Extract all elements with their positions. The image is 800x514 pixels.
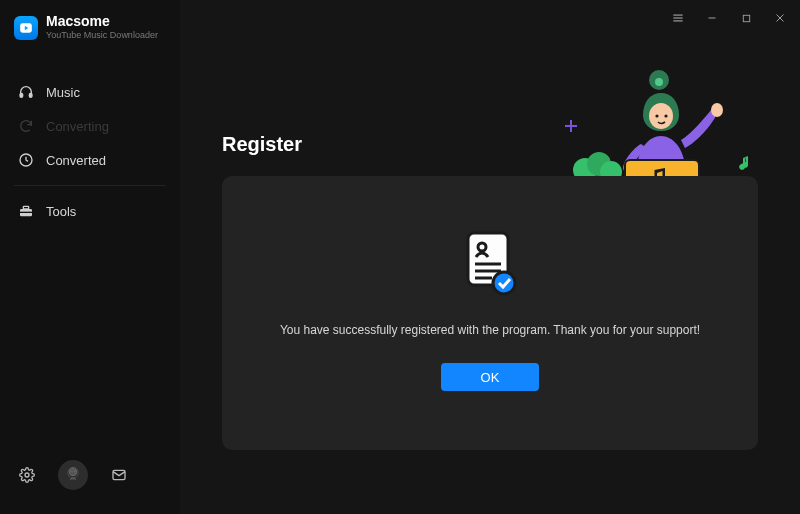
svg-point-39: [493, 272, 515, 294]
gear-icon: [19, 467, 35, 483]
sidebar-item-label: Converted: [46, 153, 106, 168]
maximize-button[interactable]: [738, 10, 754, 26]
brand-text: Macsome YouTube Music Downloader: [46, 14, 158, 41]
svg-point-24: [587, 152, 611, 176]
sidebar-item-converted[interactable]: Converted: [0, 143, 180, 177]
svg-rect-15: [743, 15, 749, 21]
toolbox-icon: [18, 203, 34, 219]
sync-icon: [18, 118, 34, 134]
maximize-icon: [741, 13, 752, 24]
sidebar-item-tools[interactable]: Tools: [0, 194, 180, 228]
sidebar-item-label: Converting: [46, 119, 109, 134]
svg-rect-6: [23, 207, 28, 210]
sidebar-item-music[interactable]: Music: [0, 75, 180, 109]
svg-rect-2: [20, 94, 23, 98]
mail-icon: [111, 467, 127, 483]
app-subtitle: YouTube Music Downloader: [46, 31, 158, 41]
menu-button[interactable]: [670, 10, 686, 26]
avatar[interactable]: [58, 460, 88, 490]
svg-rect-3: [29, 94, 32, 98]
feedback-button[interactable]: [106, 462, 132, 488]
sidebar-item-label: Music: [46, 85, 80, 100]
svg-point-8: [25, 473, 29, 477]
divider: [14, 185, 166, 186]
close-button[interactable]: [772, 10, 788, 26]
app-logo: [14, 16, 38, 40]
register-success-card: You have successfully registered with th…: [222, 176, 758, 450]
clock-icon: [18, 152, 34, 168]
svg-point-30: [664, 114, 667, 117]
svg-point-28: [649, 103, 673, 129]
settings-button[interactable]: [14, 462, 40, 488]
sidebar: Macsome YouTube Music Downloader Music: [0, 0, 180, 514]
minimize-icon: [706, 12, 718, 24]
svg-rect-7: [20, 212, 32, 213]
menu-icon: [671, 11, 685, 25]
avatar-icon: [64, 466, 82, 484]
main: Register You have successfully registere…: [180, 0, 800, 514]
headphones-icon: [18, 84, 34, 100]
ok-button[interactable]: OK: [441, 363, 539, 391]
register-success-message: You have successfully registered with th…: [280, 323, 700, 337]
close-icon: [774, 12, 786, 24]
sidebar-item-converting: Converting: [0, 109, 180, 143]
app-name: Macsome: [46, 14, 158, 29]
svg-point-29: [655, 114, 658, 117]
minimize-button[interactable]: [704, 10, 720, 26]
register-success-icon: [462, 231, 518, 297]
svg-point-27: [655, 78, 663, 86]
brand: Macsome YouTube Music Downloader: [0, 14, 180, 55]
window-controls: [670, 10, 788, 26]
svg-point-31: [711, 103, 723, 117]
sidebar-footer: [0, 450, 180, 504]
nav: Music Converting Converted: [0, 75, 180, 228]
svg-point-26: [649, 70, 669, 90]
page-title: Register: [222, 133, 302, 156]
logo-icon: [19, 21, 33, 35]
sidebar-item-label: Tools: [46, 204, 76, 219]
